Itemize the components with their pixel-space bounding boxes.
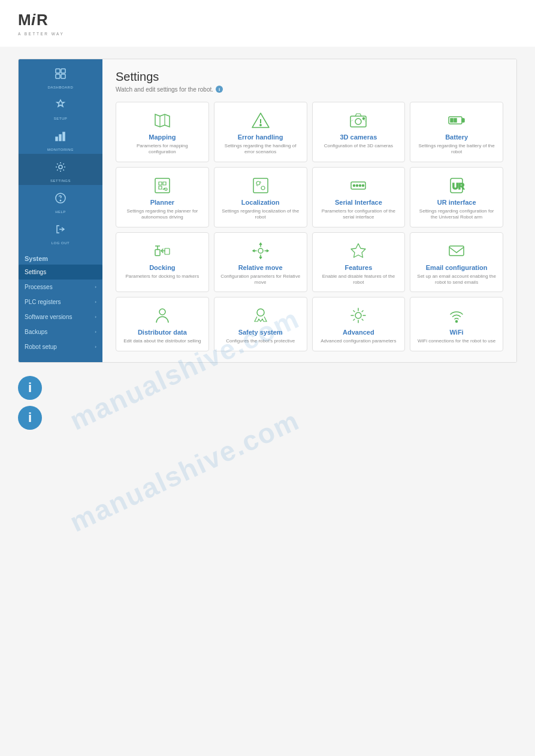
svg-rect-39 (165, 248, 170, 254)
svg-rect-5 (56, 74, 60, 78)
tile-battery[interactable]: Battery Settings regarding the battery o… (410, 102, 503, 162)
serial-icon (349, 176, 368, 195)
docking-icon (153, 241, 172, 260)
tile-docking-desc: Parameters for docking to markers (126, 274, 200, 280)
tile-planner-title: Planner (150, 199, 174, 206)
sidebar-nav-processes[interactable]: Processes › (19, 280, 102, 294)
tile-advanced-desc: Advanced configuration parameters (321, 338, 396, 344)
svg-rect-3 (56, 69, 60, 73)
svg-point-12 (60, 200, 61, 201)
tile-relative-move-desc: Configuration parameters for Relative mo… (220, 274, 301, 286)
tile-battery-desc: Settings regarding the battery of the ro… (416, 143, 497, 156)
sidebar-icon-settings-label: SETTINGS (50, 179, 71, 183)
sidebar-nav-backups[interactable]: Backups › (19, 324, 102, 339)
logo-area: M i R A BETTER WAY (0, 0, 535, 47)
sidebar-nav: System Settings Processes › PLC register… (19, 247, 102, 362)
tile-features-title: Features (344, 264, 372, 271)
tile-safety-system[interactable]: Safety system Configures the robot's pro… (214, 297, 307, 351)
chevron-right-icon: › (95, 329, 96, 335)
tile-wifi[interactable]: WiFi WiFi connections for the robot to u… (410, 297, 503, 351)
info-icon-2[interactable]: i (18, 406, 42, 430)
tile-features[interactable]: Features Enable and disable features of … (312, 232, 406, 293)
sidebar-icon-settings[interactable] (50, 156, 71, 178)
sidebar-nav-robot-setup[interactable]: Robot setup › (19, 339, 102, 354)
chevron-right-icon: › (95, 314, 96, 320)
page-subtitle: Watch and edit settings for the robot. i (116, 86, 503, 93)
map-icon (153, 111, 172, 130)
tile-planner-desc: Settings regarding the planner for auton… (122, 208, 202, 221)
svg-point-27 (256, 181, 260, 185)
svg-point-25 (165, 188, 167, 190)
tile-serial-interface-desc: Parameters for configuration of the seri… (319, 208, 399, 221)
sidebar-nav-software-versions[interactable]: Software versions › (19, 309, 102, 324)
tile-planner[interactable]: Planner Settings regarding the planner f… (116, 167, 209, 227)
sidebar-icon-dashboard[interactable] (50, 63, 71, 84)
tile-advanced[interactable]: Advanced Advanced configuration paramete… (312, 297, 406, 351)
sidebar-icon-monitoring[interactable] (50, 125, 71, 147)
subtitle-info-icon[interactable]: i (216, 86, 223, 93)
tile-ur-interface-title: UR interface (437, 199, 476, 206)
planner-icon (153, 176, 172, 195)
logo-brand: M i R (18, 11, 60, 31)
tile-ur-interface[interactable]: UR UR interface Settings regarding confi… (410, 167, 503, 227)
chevron-right-icon: › (95, 284, 96, 290)
chevron-right-icon: › (95, 344, 96, 350)
sidebar-nav-plc-registers[interactable]: PLC registers › (19, 294, 102, 309)
tile-mapping-desc: Parameters for mapping configuration (122, 143, 202, 156)
svg-rect-36 (155, 250, 160, 256)
svg-point-43 (257, 309, 264, 316)
sidebar-icon-setup[interactable] (50, 94, 71, 116)
svg-point-31 (356, 184, 358, 186)
svg-point-16 (355, 119, 361, 125)
svg-rect-24 (155, 178, 170, 193)
tile-safety-system-desc: Configures the robot's protective (226, 338, 295, 344)
svg-text:UR: UR (452, 181, 464, 191)
svg-point-45 (456, 321, 458, 323)
tile-serial-interface[interactable]: Serial Interface Parameters for configur… (312, 167, 406, 227)
tile-3d-cameras[interactable]: 3D cameras Configuration of the 3D camer… (312, 102, 406, 162)
tile-wifi-title: WiFi (450, 329, 464, 336)
localization-icon (251, 176, 270, 195)
svg-point-28 (261, 186, 265, 190)
mir-logo: M i R A BETTER WAY (18, 11, 517, 36)
sidebar-icon-logout-label: LOG OUT (52, 241, 70, 245)
sidebar-icon-dashboard-label: DASHBOARD (48, 86, 74, 89)
svg-point-32 (359, 184, 361, 186)
sidebar-icon-help-label: HELP (55, 210, 66, 214)
tile-docking[interactable]: Docking Parameters for docking to marker… (116, 232, 209, 293)
sidebar-icon-help[interactable] (50, 187, 71, 209)
tile-error-handling[interactable]: Error handling Settings regarding the ha… (214, 102, 307, 162)
logo-tagline: A BETTER WAY (18, 32, 64, 36)
tile-email-configuration[interactable]: Email configuration Set up an email acco… (410, 232, 503, 293)
svg-rect-26 (253, 178, 268, 193)
tile-features-desc: Enable and disable features of the robot (319, 274, 399, 286)
info-row-1: i (18, 376, 517, 400)
svg-rect-21 (462, 119, 464, 122)
svg-point-44 (355, 312, 361, 318)
tile-3d-cameras-title: 3D cameras (340, 133, 377, 141)
tile-localization[interactable]: Localization Settings regarding localiza… (214, 167, 307, 227)
sidebar-icon-logout[interactable] (50, 218, 71, 240)
distributor-icon (153, 306, 172, 325)
tile-distributor-data[interactable]: Distributor data Edit data about the dis… (116, 297, 209, 351)
tile-email-configuration-desc: Set up an email account enabling the rob… (416, 274, 497, 286)
email-icon (447, 241, 466, 260)
sidebar-nav-settings[interactable]: Settings (19, 265, 102, 280)
tile-mapping-title: Mapping (149, 133, 176, 141)
svg-rect-23 (454, 119, 457, 122)
svg-rect-8 (59, 135, 61, 141)
advanced-icon (349, 306, 368, 325)
svg-rect-6 (61, 74, 65, 78)
tile-mapping[interactable]: Mapping Parameters for mapping configura… (116, 102, 209, 162)
tile-error-handling-desc: Settings regarding the handling of error… (220, 143, 301, 156)
svg-rect-7 (56, 137, 58, 141)
sidebar-icon-setup-label: SETUP (54, 117, 68, 120)
tile-localization-title: Localization (241, 199, 280, 206)
tile-battery-title: Battery (445, 133, 468, 141)
tile-relative-move[interactable]: Relative move Configuration parameters f… (214, 232, 307, 293)
svg-rect-4 (61, 69, 65, 73)
battery-icon (447, 111, 466, 130)
page-title: Settings (116, 70, 503, 84)
svg-point-30 (353, 184, 355, 186)
info-icon-1[interactable]: i (18, 376, 42, 400)
